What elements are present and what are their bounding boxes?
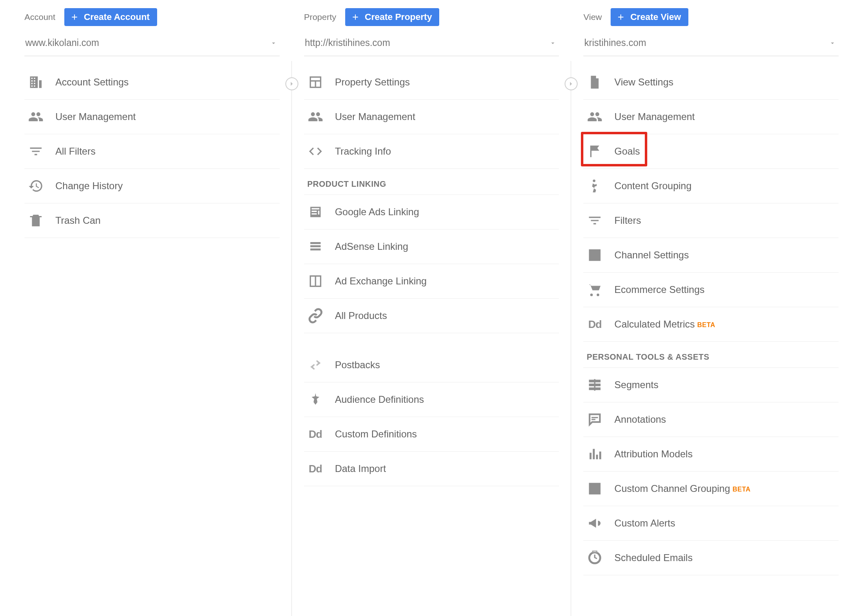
view-settings-label: View Settings xyxy=(614,76,673,88)
property-menu: Property Settings User Management Tracki… xyxy=(304,65,559,169)
property-title: Property xyxy=(304,12,336,22)
property-column: Property Create Property http://kristihi… xyxy=(292,8,572,616)
account-selected-text: www.kikolani.com xyxy=(25,37,99,48)
view-menu: View Settings User Management Goals Cont… xyxy=(583,65,839,342)
swap-icon xyxy=(307,357,324,373)
caret-down-icon xyxy=(549,39,556,47)
view-user-management-label: User Management xyxy=(614,111,694,122)
view-filters-item[interactable]: Filters xyxy=(583,203,839,238)
property-selector[interactable]: http://kristihines.com xyxy=(304,30,559,56)
property-selected-text: http://kristihines.com xyxy=(305,37,390,48)
caret-down-icon xyxy=(829,39,836,47)
custom-alerts-item[interactable]: Custom Alerts xyxy=(583,506,839,541)
trash-can-item[interactable]: Trash Can xyxy=(24,203,280,238)
audience-definitions-item[interactable]: Audience Definitions xyxy=(304,382,559,417)
create-view-button[interactable]: Create View xyxy=(611,8,688,26)
create-property-label: Create Property xyxy=(365,12,432,22)
all-products-item[interactable]: All Products xyxy=(304,299,559,333)
flag-icon xyxy=(587,143,603,159)
users-icon xyxy=(307,109,324,125)
tracking-info-label: Tracking Info xyxy=(335,146,391,157)
create-view-label: Create View xyxy=(630,12,681,22)
channel-settings-item[interactable]: Channel Settings xyxy=(583,238,839,273)
adsense-linking-item[interactable]: AdSense Linking xyxy=(304,229,559,264)
google-ads-linking-item[interactable]: Google Ads Linking xyxy=(304,195,559,229)
view-selector[interactable]: kristihines.com xyxy=(583,30,839,56)
property-misc-menu: Postbacks Audience Definitions Dd Custom… xyxy=(304,348,559,486)
scheduled-emails-label: Scheduled Emails xyxy=(614,552,692,564)
swap-box-icon xyxy=(587,247,603,263)
property-settings-label: Property Settings xyxy=(335,76,410,88)
comment-icon xyxy=(587,411,603,428)
person-run-icon xyxy=(587,178,603,194)
account-selector[interactable]: www.kikolani.com xyxy=(24,30,280,56)
users-icon xyxy=(587,109,603,125)
content-grouping-item[interactable]: Content Grouping xyxy=(583,169,839,203)
plus-icon xyxy=(351,13,360,22)
account-settings-item[interactable]: Account Settings xyxy=(24,65,280,100)
view-user-management-item[interactable]: User Management xyxy=(583,100,839,134)
postbacks-label: Postbacks xyxy=(335,359,380,371)
list-icon xyxy=(307,238,324,255)
custom-definitions-label: Custom Definitions xyxy=(335,428,417,440)
ad-exchange-linking-item[interactable]: Ad Exchange Linking xyxy=(304,264,559,299)
custom-channel-grouping-label: Custom Channel GroupingBETA xyxy=(614,483,751,494)
attribution-models-label: Attribution Models xyxy=(614,448,692,460)
account-menu: Account Settings User Management All Fil… xyxy=(24,65,280,238)
create-account-button[interactable]: Create Account xyxy=(64,8,157,26)
plus-icon xyxy=(70,13,79,22)
view-settings-item[interactable]: View Settings xyxy=(583,65,839,100)
caret-down-icon xyxy=(270,39,277,47)
view-title: View xyxy=(583,12,602,22)
calculated-metrics-label: Calculated MetricsBETA xyxy=(614,319,715,330)
trash-can-label: Trash Can xyxy=(55,215,101,226)
building-icon xyxy=(28,74,44,90)
create-account-label: Create Account xyxy=(84,12,150,22)
view-filters-label: Filters xyxy=(614,215,641,226)
postbacks-item[interactable]: Postbacks xyxy=(304,348,559,382)
trash-icon xyxy=(28,212,44,229)
layout-icon xyxy=(307,74,324,90)
annotations-item[interactable]: Annotations xyxy=(583,402,839,437)
branch-icon xyxy=(307,391,324,408)
account-title: Account xyxy=(24,12,55,22)
code-icon xyxy=(307,143,324,159)
segments-label: Segments xyxy=(614,379,658,391)
segments-item[interactable]: Segments xyxy=(583,368,839,402)
scheduled-emails-item[interactable]: Scheduled Emails xyxy=(583,541,839,575)
dd-icon: Dd xyxy=(307,426,324,442)
data-import-item[interactable]: Dd Data Import xyxy=(304,452,559,486)
custom-definitions-item[interactable]: Dd Custom Definitions xyxy=(304,417,559,452)
property-user-management-label: User Management xyxy=(335,111,415,122)
account-user-management-item[interactable]: User Management xyxy=(24,100,280,134)
all-filters-item[interactable]: All Filters xyxy=(24,134,280,169)
ecommerce-settings-item[interactable]: Ecommerce Settings xyxy=(583,273,839,307)
funnel-icon xyxy=(587,212,603,229)
account-settings-label: Account Settings xyxy=(55,76,129,88)
property-user-management-item[interactable]: User Management xyxy=(304,100,559,134)
dd-icon: Dd xyxy=(307,461,324,477)
create-property-button[interactable]: Create Property xyxy=(345,8,439,26)
change-history-label: Change History xyxy=(55,180,123,192)
ad-exchange-linking-label: Ad Exchange Linking xyxy=(335,275,427,287)
beta-tag: BETA xyxy=(697,321,715,328)
custom-alerts-label: Custom Alerts xyxy=(614,518,675,529)
personal-tools-menu: Segments Annotations Attribution Models … xyxy=(583,368,839,575)
change-history-item[interactable]: Change History xyxy=(24,169,280,203)
goals-item[interactable]: Goals xyxy=(583,134,839,169)
custom-channel-grouping-item[interactable]: Custom Channel GroupingBETA xyxy=(583,472,839,506)
attribution-models-item[interactable]: Attribution Models xyxy=(583,437,839,472)
link-icon xyxy=(307,308,324,324)
clock-icon xyxy=(587,550,603,566)
tracking-info-item[interactable]: Tracking Info xyxy=(304,134,559,169)
cart-icon xyxy=(587,282,603,298)
calculated-metrics-item[interactable]: Dd Calculated MetricsBETA xyxy=(583,307,839,342)
property-settings-item[interactable]: Property Settings xyxy=(304,65,559,100)
google-ads-linking-label: Google Ads Linking xyxy=(335,206,419,218)
account-user-management-label: User Management xyxy=(55,111,136,122)
dd-icon: Dd xyxy=(587,316,603,332)
data-import-label: Data Import xyxy=(335,463,386,474)
product-linking-menu: Google Ads Linking AdSense Linking Ad Ex… xyxy=(304,195,559,333)
view-selected-text: kristihines.com xyxy=(584,37,646,48)
ecommerce-settings-label: Ecommerce Settings xyxy=(614,284,704,295)
